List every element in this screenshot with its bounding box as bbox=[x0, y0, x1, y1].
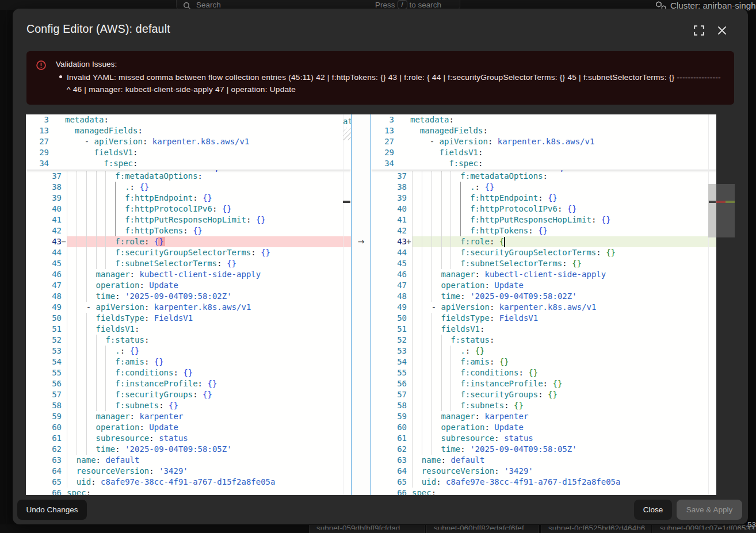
code-line[interactable]: 52 f:status: bbox=[26, 335, 351, 346]
code-line[interactable]: 45 f:subnetSelectorTerms: {} bbox=[371, 258, 716, 269]
diff-pane-original[interactable]: 37 f:metadataOptions:38 .: {}39 f:httpEn… bbox=[26, 114, 351, 495]
code-line[interactable]: 61 subresource: status bbox=[371, 433, 716, 444]
close-footer-button[interactable]: Close bbox=[634, 500, 672, 520]
code-line[interactable]: 46 manager: kubectl-client-side-apply bbox=[371, 269, 716, 280]
code-line[interactable]: 56 f:instanceProfile: {} bbox=[26, 378, 351, 389]
code-line[interactable]: 66spec: bbox=[371, 488, 716, 495]
code-line[interactable]: 55 f:conditions: {} bbox=[26, 367, 351, 378]
save-apply-button[interactable]: Save & Apply bbox=[677, 500, 742, 520]
yaml-colon: : bbox=[173, 368, 178, 377]
code-line[interactable]: 60 operation: Update bbox=[371, 422, 716, 433]
code-line[interactable]: 58 f:subnets: {} bbox=[26, 400, 351, 411]
yaml-colon: : bbox=[432, 488, 436, 495]
code-line[interactable]: 65 uid: c8afe97e-38cc-4f91-a767-d15f2a8f… bbox=[371, 477, 716, 488]
code-line[interactable]: 50 fieldsType: FieldsV1 bbox=[26, 313, 351, 324]
yaml-colon: : bbox=[138, 126, 142, 135]
code-line[interactable]: 38 .: {} bbox=[26, 182, 351, 193]
code-line[interactable]: 51 fieldsV1: bbox=[371, 324, 716, 335]
sticky-line[interactable]: 13 managedFields: bbox=[26, 125, 351, 136]
code-line[interactable]: 57 f:securityGroups: {} bbox=[26, 389, 351, 400]
code-line[interactable]: 39 f:httpEndpoint: {} bbox=[371, 193, 716, 204]
code-line[interactable]: 46 manager: kubectl-client-side-apply bbox=[26, 269, 351, 280]
yaml-key: f:conditions bbox=[115, 368, 173, 377]
code-line[interactable]: 56 f:instanceProfile: {} bbox=[371, 378, 716, 389]
code-line[interactable]: 47 operation: Update bbox=[371, 280, 716, 291]
code-line[interactable]: 40 f:httpProtocolIPv6: {} bbox=[26, 204, 351, 214]
yaml-key: f:amis bbox=[460, 357, 490, 366]
revert-change-arrow[interactable]: → bbox=[351, 236, 371, 247]
undo-changes-button[interactable]: Undo Changes bbox=[17, 500, 87, 520]
yaml-colon: : bbox=[484, 281, 489, 290]
code-line[interactable]: 57 f:securityGroups: {} bbox=[371, 389, 716, 400]
code-line[interactable]: 63 name: default bbox=[371, 455, 716, 466]
code-text: subresource: status bbox=[412, 433, 533, 444]
line-number: 49 bbox=[26, 302, 62, 313]
code-line[interactable]: 43+ f:role: { bbox=[371, 236, 716, 247]
sticky-line[interactable]: 27 - apiVersion: karpenter.k8s.aws/v1 bbox=[26, 136, 351, 147]
close-button[interactable] bbox=[717, 25, 727, 36]
code-line[interactable]: 43− f:role: {} bbox=[26, 236, 351, 247]
code-line[interactable]: 42 f:httpTokens: {} bbox=[371, 225, 716, 236]
code-line[interactable]: 48 time: '2025-09-04T09:58:02Z' bbox=[26, 291, 351, 302]
code-line[interactable]: 41 f:httpPutResponseHopLimit: {} bbox=[26, 214, 351, 225]
code-line[interactable]: 58 f:subnets: {} bbox=[371, 400, 716, 411]
code-line[interactable]: 60 operation: Update bbox=[26, 422, 351, 433]
code-line[interactable]: 64 resourceVersion: '3429' bbox=[26, 466, 351, 477]
code-line[interactable]: 65 uid: c8afe97e-38cc-4f91-a767-d15f2a8f… bbox=[26, 477, 351, 488]
code-line[interactable]: 52 f:status: bbox=[371, 335, 716, 346]
yaml-key: apiVersion bbox=[441, 302, 490, 312]
minimap-slider[interactable] bbox=[716, 184, 735, 237]
code-line[interactable]: 66spec: bbox=[26, 488, 351, 495]
code-line[interactable]: 63 name: default bbox=[26, 455, 351, 466]
code-line[interactable]: 64 resourceVersion: '3429' bbox=[371, 466, 716, 477]
code-line[interactable]: 61 subresource: status bbox=[26, 433, 351, 444]
code-line[interactable]: 48 time: '2025-09-04T09:58:02Z' bbox=[371, 291, 716, 302]
code-line[interactable]: 45 f:subnetSelectorTerms: {} bbox=[26, 258, 351, 269]
yaml-key: f:httpEndpoint bbox=[470, 193, 538, 202]
line-number: 44 bbox=[26, 247, 62, 258]
diff-pane-modified[interactable]: 37 f:metadataOptions:38 .: {}39 f:httpEn… bbox=[371, 114, 716, 495]
code-line[interactable]: 54 f:amis: {} bbox=[26, 356, 351, 367]
sticky-line[interactable]: 34 f:spec: bbox=[371, 158, 716, 169]
code-line[interactable]: 38 .: {} bbox=[371, 182, 716, 193]
yaml-key: f:metadataOptions bbox=[115, 171, 197, 181]
code-line[interactable]: 42 f:httpTokens: {} bbox=[26, 225, 351, 236]
sticky-line[interactable]: 34 f:spec: bbox=[26, 158, 351, 169]
sticky-line[interactable]: 13 managedFields: bbox=[371, 125, 716, 136]
code-line[interactable]: 49 - apiVersion: karpenter.k8s.aws/v1 bbox=[26, 302, 351, 313]
code-line[interactable]: 53 .: {} bbox=[26, 346, 351, 356]
code-line[interactable]: 51 fieldsV1: bbox=[26, 324, 351, 335]
diff-sash[interactable]: → bbox=[351, 114, 371, 495]
code-line[interactable]: 53 .: {} bbox=[371, 346, 716, 356]
yaml-colon: : bbox=[130, 412, 135, 421]
code-line[interactable]: 37 f:metadataOptions: bbox=[371, 171, 716, 182]
code-line[interactable]: 49 - apiVersion: karpenter.k8s.aws/v1 bbox=[371, 302, 716, 313]
code-line[interactable]: 47 operation: Update bbox=[26, 280, 351, 291]
code-line[interactable]: 41 f:httpPutResponseHopLimit: {} bbox=[371, 214, 716, 225]
code-line[interactable]: 54 f:amis: {} bbox=[371, 356, 716, 367]
code-line[interactable]: 40 f:httpProtocolIPv6: {} bbox=[371, 204, 716, 214]
sticky-line[interactable]: 29 fieldsV1: bbox=[26, 147, 351, 158]
code-line[interactable]: 44 f:securityGroupSelectorTerms: {} bbox=[371, 247, 716, 258]
code-line[interactable]: 44 f:securityGroupSelectorTerms: {} bbox=[26, 247, 351, 258]
diff-diagonal-fill bbox=[343, 128, 351, 140]
yaml-colon: : bbox=[144, 313, 149, 323]
sticky-line[interactable]: 3metadata: bbox=[371, 114, 716, 125]
code-text: uid: c8afe97e-38cc-4f91-a767-d15f2a8fe05… bbox=[412, 477, 620, 488]
code-line[interactable]: 62 time: '2025-09-04T09:58:05Z' bbox=[26, 444, 351, 455]
code-line[interactable]: 59 manager: karpenter bbox=[26, 411, 351, 422]
code-line[interactable]: 59 manager: karpenter bbox=[371, 411, 716, 422]
code-line[interactable]: 50 fieldsType: FieldsV1 bbox=[371, 313, 716, 324]
code-line[interactable]: 55 f:conditions: {} bbox=[371, 367, 716, 378]
code-line[interactable]: 37 f:metadataOptions: bbox=[26, 171, 351, 182]
validation-banner: Validation Issues: Invalid YAML: missed … bbox=[26, 51, 734, 105]
scrollbar-slider[interactable] bbox=[708, 184, 716, 237]
sticky-line[interactable]: 3metadata: bbox=[26, 114, 351, 125]
fullscreen-button[interactable] bbox=[694, 25, 704, 36]
code-line[interactable]: 62 time: '2025-09-04T09:58:05Z' bbox=[371, 444, 716, 455]
sticky-line[interactable]: 29 fieldsV1: bbox=[371, 147, 716, 158]
yaml-colon: : bbox=[183, 226, 188, 235]
code-line[interactable]: 39 f:httpEndpoint: {} bbox=[26, 193, 351, 204]
sticky-line[interactable]: 27 - apiVersion: karpenter.k8s.aws/v1 bbox=[371, 136, 716, 147]
yaml-colon: : bbox=[144, 357, 149, 366]
